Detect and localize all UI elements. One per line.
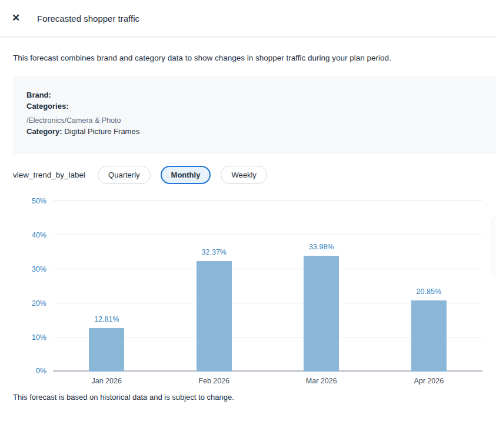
bar-feb-2026[interactable] [197,261,232,372]
y-tick-label: 0% [36,367,46,375]
bar-column: 32.37%Feb 2026 [161,201,268,372]
view-trend-controls: view_trend_by_label Quarterly Monthly We… [13,166,496,184]
weekly-button[interactable]: Weekly [221,166,267,184]
brand-label: Brand: [26,89,482,101]
category-label: Category: [26,127,62,136]
x-tick-label: Mar 2026 [268,377,375,385]
page-title: Forecasted shopper traffic [37,14,139,24]
y-tick-label: 20% [32,299,46,307]
panel-header: ✕ Forecasted shopper traffic [0,0,496,37]
monthly-button[interactable]: Monthly [161,166,211,184]
category-line: Category: Digital Picture Frames [26,126,482,137]
categories-path: /Electronics/Camera & Photo [26,115,482,126]
x-tick-label: Apr 2026 [375,377,483,385]
y-tick-label: 40% [32,231,46,239]
bar-mar-2026[interactable] [304,256,339,372]
y-tick-label: 50% [32,197,46,205]
bar-value-label: 32.37% [161,248,268,256]
categories-label: Categories: [26,101,482,112]
bar-apr-2026[interactable] [411,300,447,372]
x-tick-label: Feb 2026 [161,377,268,385]
bar-column: 12.81%Jan 2026 [53,201,161,372]
chart-plot-area: 0%10%20%30%40%50%12.81%Jan 202632.37%Feb… [53,201,482,372]
bar-jan-2026[interactable] [89,328,124,372]
view-trend-label: view_trend_by_label [13,170,85,179]
category-value: Digital Picture Frames [64,127,139,136]
forecast-panel: ✕ Forecasted shopper traffic This foreca… [0,0,496,402]
bar-column: 20.85%Apr 2026 [375,201,483,372]
bar-value-label: 20.85% [375,287,483,296]
quarterly-button[interactable]: Quarterly [98,166,150,184]
plan-summary-box: Brand: Categories: /Electronics/Camera &… [13,76,496,154]
bar-value-label: 33.98% [268,243,375,251]
bar-column: 33.98%Mar 2026 [268,201,375,372]
right-edge-artifact [491,216,496,278]
y-tick-label: 30% [32,265,46,273]
bar-value-label: 12.81% [53,315,161,323]
y-tick-label: 10% [32,333,46,342]
forecast-description: This forecast combines brand and categor… [13,53,483,63]
traffic-bar-chart: 0%10%20%30%40%50%12.81%Jan 202632.37%Feb… [0,193,496,387]
forecast-disclaimer: This forecast is based on historical dat… [13,392,483,402]
close-icon[interactable]: ✕ [11,12,21,25]
x-tick-label: Jan 2026 [53,377,161,385]
panel-body: This forecast combines brand and categor… [0,53,496,402]
